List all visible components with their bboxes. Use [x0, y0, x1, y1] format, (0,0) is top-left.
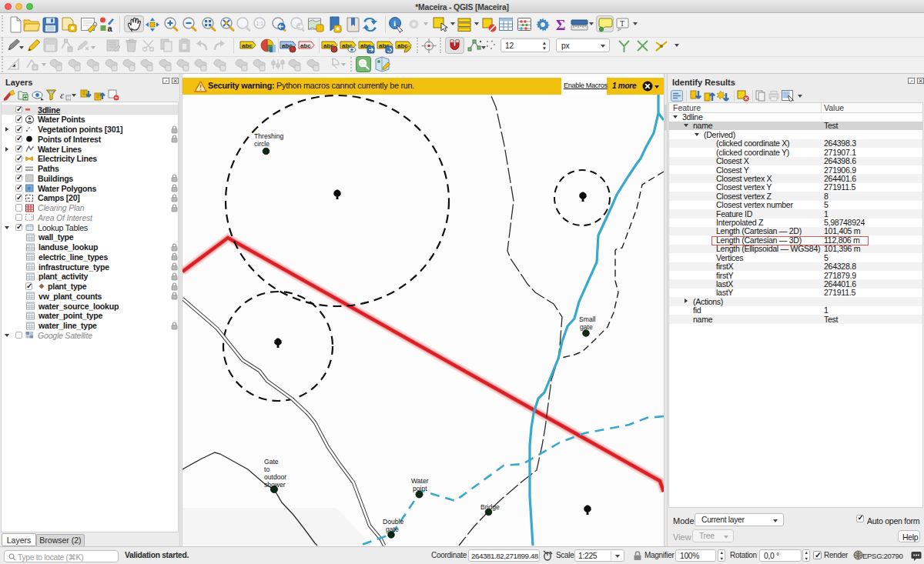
- svg-text:gate: gate: [386, 526, 399, 533]
- svg-text:shower: shower: [264, 481, 286, 489]
- svg-text:Threshing: Threshing: [254, 132, 283, 140]
- svg-text:a: a: [108, 24, 113, 33]
- svg-text:Bridge: Bridge: [480, 503, 500, 511]
- svg-text:ε: ε: [60, 89, 65, 101]
- svg-text:Σ: Σ: [556, 17, 565, 32]
- svg-text:gate: gate: [580, 323, 593, 331]
- svg-text:Double: Double: [383, 518, 403, 526]
- svg-text:+: +: [34, 65, 37, 71]
- svg-text:point: point: [413, 485, 427, 492]
- svg-text:abc: abc: [242, 42, 253, 49]
- svg-text:abc: abc: [300, 42, 311, 49]
- svg-text:i: i: [393, 18, 396, 28]
- svg-text:to: to: [264, 466, 270, 473]
- svg-text:Water: Water: [411, 477, 429, 485]
- svg-text:circle: circle: [254, 140, 270, 148]
- svg-text:1:1: 1:1: [256, 21, 263, 26]
- svg-text:Small: Small: [579, 315, 596, 323]
- svg-text:Gate: Gate: [264, 458, 279, 466]
- svg-text:outdoor: outdoor: [264, 473, 286, 481]
- svg-text:T: T: [620, 19, 624, 28]
